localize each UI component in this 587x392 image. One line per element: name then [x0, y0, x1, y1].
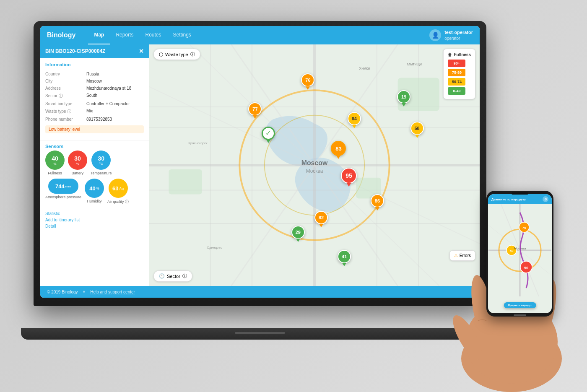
info-row-address: Address Mezhdunarodnaya st 18 [45, 85, 144, 92]
pressure-label: Atmosphere pressure [45, 195, 81, 199]
sensor-battery: 30 % Battery [68, 151, 87, 175]
marker-pin-check [266, 140, 270, 143]
legend-badge-50: 50-74 [448, 78, 465, 86]
humidity-rect: 40 % [85, 179, 104, 198]
fullness-value: 40 [52, 155, 58, 162]
nav-settings[interactable]: Settings [167, 26, 197, 44]
svg-text:Красногорск: Красногорск [188, 141, 208, 145]
phone-screen: Движение по маршруту ⚙ [488, 194, 552, 313]
phone-topbar: Движение по маршруту ⚙ [488, 194, 552, 204]
legend-title-text: Fullness [454, 52, 471, 57]
errors-badge[interactable]: ⚠ Errors [449, 250, 475, 261]
phone-home-indicator [514, 314, 526, 316]
marker-95[interactable]: 95 [341, 168, 357, 187]
sensors-row2: 744 mm Atmosphere pressure 40 % [40, 179, 149, 208]
nav-reports[interactable]: Reports [110, 26, 139, 44]
sidebar-info-section: Information Country Russia City Moscow [40, 58, 149, 140]
label-sector: Sector ⓘ [45, 93, 83, 99]
marker-check[interactable]: ✓ [262, 127, 275, 143]
marker-circle-41: 41 [338, 250, 351, 263]
temperature-circle: 30 °C [91, 151, 111, 170]
main-content: BIN BBO120-CISP00004Z ✕ Information Coun… [40, 44, 480, 286]
marker-82[interactable]: 82 [314, 211, 328, 227]
sensor-humidity: 40 % Humidity [85, 179, 104, 205]
marker-29[interactable]: 29 [291, 226, 305, 242]
sector-filter[interactable]: 🕐 Sector ⓘ [153, 270, 192, 282]
help-link[interactable]: Help and support center [90, 290, 135, 294]
statistic-link[interactable]: Statistic [45, 210, 144, 217]
sensors-title: Sensors [40, 140, 149, 151]
sector-label: Sector [167, 274, 180, 279]
waste-type-filter[interactable]: ⬡ Waste type ⓘ [153, 49, 200, 60]
map-filter-bar: ⬡ Waste type ⓘ [153, 49, 200, 60]
legend-badge-90: 90+ [448, 60, 465, 67]
humidity-value: 40 [89, 185, 95, 192]
marker-19[interactable]: 19 [397, 90, 410, 106]
label-waste-type: Waste type ⓘ [45, 109, 83, 114]
info-row-bin-type: Smart bin type Controller + Compactor [45, 100, 144, 107]
marker-circle-76: 76 [301, 73, 314, 87]
temperature-value: 30 [98, 155, 104, 162]
marker-77[interactable]: 77 [248, 102, 262, 119]
fullness-circle: 40 % [45, 151, 65, 170]
brand-logo: Binology [47, 31, 75, 39]
bin-id: BIN BBO120-CISP00004Z [45, 48, 105, 54]
laptop-base [21, 328, 499, 340]
marker-pin-82 [319, 224, 323, 227]
user-info: 👤 test-operator operator [429, 29, 473, 41]
topnav: Binology Map Reports Routes Settings 👤 t… [40, 26, 480, 44]
detail-link[interactable]: Detail [45, 223, 144, 229]
sidebar-header: BIN BBO120-CISP00004Z ✕ [40, 44, 149, 58]
map-legend: 🗑 Fullness 90+ 75-89 [443, 49, 475, 99]
sidebar-close-button[interactable]: ✕ [139, 48, 144, 55]
phone-stop-route-button[interactable]: Прервать маршрут [504, 302, 536, 308]
itinerary-link[interactable]: Add to itinerary list [45, 217, 144, 223]
marker-circle-77: 77 [248, 102, 262, 116]
nav-links: Map Reports Routes Settings [88, 26, 429, 44]
legend-title: 🗑 Fullness [448, 52, 471, 57]
marker-pin-95 [347, 183, 351, 187]
legend-badge-75: 75-89 [448, 69, 465, 76]
svg-text:90: 90 [524, 266, 528, 270]
phone-settings-icon: ⚙ [543, 196, 548, 202]
marker-pin-41 [342, 263, 346, 266]
legend-item-0: 0-49 [448, 86, 471, 96]
value-country: Russia [86, 72, 99, 76]
marker-86[interactable]: 86 [371, 194, 384, 210]
nav-routes[interactable]: Routes [139, 26, 167, 44]
marker-pin-58 [415, 135, 419, 138]
marker-41[interactable]: 41 [338, 250, 351, 266]
marker-check-icon: ✓ [262, 127, 275, 140]
sector-help-icon: ⓘ [182, 273, 187, 279]
label-city: City [45, 79, 83, 83]
temperature-unit: °C [99, 162, 103, 166]
bottom-bar: © 2019 Binology • Help and support cente… [40, 286, 480, 298]
legend-item-75: 75-89 [448, 68, 471, 77]
phone-notch [512, 192, 528, 195]
battery-value: 30 [74, 155, 81, 162]
nav-map[interactable]: Map [88, 26, 110, 44]
marker-circle-19: 19 [397, 90, 410, 104]
laptop: Binology Map Reports Routes Settings 👤 t… [34, 21, 486, 340]
marker-83[interactable]: 83 [331, 141, 346, 159]
value-phone: 89175392853 [86, 117, 112, 122]
marker-circle-86: 86 [371, 194, 384, 208]
marker-58[interactable]: 58 [410, 122, 424, 138]
map-background: Moscow Москва Мытищи Красногорск Химки О… [149, 44, 480, 286]
fullness-label: Fullness [48, 171, 62, 175]
marker-76[interactable]: 76 [301, 73, 314, 90]
sensor-air: 63 Aq Air quality ⓘ [107, 179, 129, 205]
sidebar-links: Statistic Add to itinerary list Detail [40, 208, 149, 232]
svg-text:50: 50 [510, 249, 514, 253]
humidity-label: Humidity [87, 199, 102, 203]
info-row-country: Country Russia [45, 70, 144, 78]
warning-icon: ⚠ [454, 253, 458, 258]
info-row-sector: Sector ⓘ South [45, 92, 144, 100]
legend-item-90: 90+ [448, 59, 471, 68]
pressure-unit: mm [65, 184, 71, 188]
app: Binology Map Reports Routes Settings 👤 t… [40, 26, 480, 298]
phone-body: Движение по маршруту ⚙ [486, 191, 553, 317]
marker-64[interactable]: 64 [348, 112, 361, 128]
marker-pin-29 [296, 239, 300, 242]
user-role: operator [444, 36, 473, 41]
